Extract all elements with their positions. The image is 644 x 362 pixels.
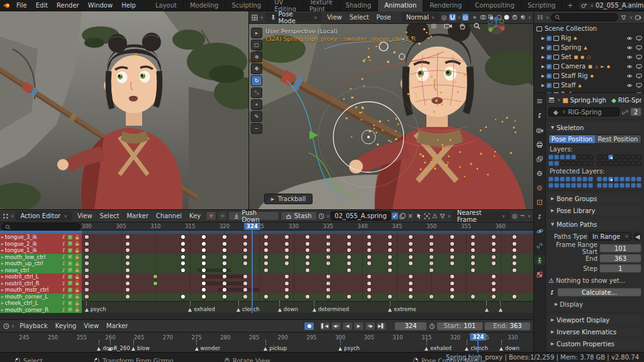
unlock-icon[interactable] xyxy=(74,287,80,293)
layer-toggle[interactable] xyxy=(602,161,608,166)
timeline-menu-keying[interactable]: Keying xyxy=(52,322,80,329)
viewport-menu-select[interactable]: Select xyxy=(346,14,373,21)
panel-bone-groups[interactable]: ▶Bone Groups xyxy=(548,194,641,204)
keyframe[interactable] xyxy=(492,242,496,246)
outliner-row-set[interactable]: ▶✓Set■●○ xyxy=(534,52,644,62)
field-value[interactable]: 1 xyxy=(599,264,641,273)
keyframe[interactable] xyxy=(126,242,130,246)
layer-toggle[interactable] xyxy=(554,161,559,166)
keyframe[interactable] xyxy=(492,235,496,239)
unlock-icon[interactable] xyxy=(74,260,80,267)
keyframe[interactable] xyxy=(202,288,206,292)
viewport-menu-view[interactable]: View xyxy=(323,14,346,21)
unlock-icon[interactable] xyxy=(74,273,80,280)
properties-tab-output[interactable] xyxy=(534,140,545,150)
blender-logo-icon[interactable] xyxy=(3,2,10,9)
channel-nostril-ctrl-r[interactable]: ▶nostril_ctrl_R✓ xyxy=(0,280,82,287)
editor-mode-selector[interactable]: Action Editor ∨ xyxy=(15,211,72,221)
frame-start-field[interactable]: Start: 101 xyxy=(436,322,483,331)
disable-in-viewport-icon[interactable] xyxy=(635,82,642,89)
keyframe[interactable] xyxy=(367,282,371,285)
play-button[interactable]: ▶ xyxy=(353,322,364,331)
tab-modeling[interactable]: Modeling xyxy=(184,0,226,11)
keyframe[interactable] xyxy=(285,288,289,292)
keyframe[interactable] xyxy=(243,282,247,285)
eye-icon[interactable] xyxy=(626,72,633,79)
breadcrumb-data-name[interactable]: RIG-Spring xyxy=(618,97,641,104)
channel-nostril-ctrl-l[interactable]: ▶nostril_ctrl_L✓ xyxy=(0,273,82,280)
proportional-edit-icon[interactable]: ◎ xyxy=(511,212,518,219)
channel-enable-checkbox[interactable]: ✓ xyxy=(68,268,72,272)
tab-texture-paint[interactable]: Texture Paint xyxy=(303,0,340,11)
keyframe[interactable] xyxy=(367,275,371,278)
layer-toggle[interactable] xyxy=(571,183,576,188)
auto-key-button[interactable] xyxy=(304,322,314,331)
current-frame-indicator[interactable]: 324 xyxy=(244,222,260,230)
render-preview[interactable] xyxy=(0,11,248,209)
channel-tongue-3-ik[interactable]: ▶tongue_3_ik✓ xyxy=(0,234,82,241)
layer-toggle[interactable] xyxy=(636,183,641,188)
disable-in-viewport-icon[interactable] xyxy=(635,44,642,51)
shading-material-icon[interactable] xyxy=(511,14,518,21)
properties-tab-texture[interactable] xyxy=(534,270,545,280)
keyframe[interactable] xyxy=(202,248,206,252)
add-workspace-button[interactable]: + xyxy=(562,2,577,9)
tab-uv-editing[interactable]: UV Editing xyxy=(268,0,303,11)
paths-type-dropdown[interactable]: In Range ∨ xyxy=(589,232,631,241)
layer-toggle[interactable] xyxy=(614,183,619,188)
layer-toggle[interactable] xyxy=(608,177,613,182)
properties-tab-object-data[interactable] xyxy=(534,255,545,265)
keyframe[interactable] xyxy=(513,295,516,299)
layer-toggle[interactable] xyxy=(554,183,559,188)
keyframe[interactable] xyxy=(347,235,351,239)
keyframe[interactable] xyxy=(388,268,392,272)
mode-selector[interactable]: Pose Mode ∨ xyxy=(265,13,322,22)
keyframe[interactable] xyxy=(243,261,247,265)
operator-panel-trackball[interactable]: ▶ Trackball xyxy=(264,194,313,204)
paths-refresh-button[interactable]: ◀ xyxy=(633,233,641,241)
layer-toggle[interactable] xyxy=(631,155,636,160)
layer-toggle[interactable] xyxy=(597,177,602,182)
channel-enable-checkbox[interactable]: ✓ xyxy=(68,275,72,279)
editor-type-icon[interactable] xyxy=(3,212,9,219)
tool-cursor-button[interactable]: ⊕ xyxy=(251,52,262,62)
menu-file[interactable]: File xyxy=(12,2,31,9)
prev-keyframe-button[interactable]: ◀• xyxy=(331,322,341,331)
layer-toggle[interactable] xyxy=(625,177,630,182)
tool-rotate-button[interactable]: ↻ xyxy=(251,75,262,86)
expand-arrow-icon[interactable]: ▶ xyxy=(541,64,545,69)
channel-mouth-low-ctrl[interactable]: ▶mouth_low_ctrl✓ xyxy=(0,254,82,261)
keyframe[interactable] xyxy=(347,255,351,259)
expand-arrow-icon[interactable]: ▶ xyxy=(1,261,4,265)
dopesheet-menu-view[interactable]: View xyxy=(74,212,96,219)
layer-toggle[interactable] xyxy=(625,155,630,160)
layer-toggle[interactable] xyxy=(614,155,619,160)
action-browse-button[interactable]: ▼ xyxy=(206,211,216,221)
frame-end-field[interactable]: End: 363 xyxy=(484,322,531,331)
keyframe[interactable] xyxy=(450,255,454,259)
disable-in-viewport-icon[interactable] xyxy=(635,63,642,70)
keyframe[interactable] xyxy=(306,242,309,246)
panel-inverse-kinematics[interactable]: ▶Inverse Kinematics xyxy=(548,327,641,337)
properties-tab-tool[interactable] xyxy=(534,111,545,121)
disable-in-viewport-icon[interactable] xyxy=(635,35,642,41)
unlock-icon[interactable] xyxy=(74,253,80,260)
visibility-checkbox[interactable]: ✓ xyxy=(547,64,552,69)
layer-toggle[interactable] xyxy=(571,155,576,160)
channel-enable-checkbox[interactable]: ✓ xyxy=(68,294,72,299)
keyframe[interactable] xyxy=(492,275,496,278)
expand-arrow-icon[interactable]: ▶ xyxy=(541,74,545,79)
keyframe[interactable] xyxy=(181,295,185,299)
keyframe[interactable] xyxy=(243,248,247,252)
keyframe[interactable] xyxy=(202,242,206,246)
keyframe[interactable] xyxy=(126,255,130,259)
channel-tongue-1-ik[interactable]: ▶tongue_1_ik✓ xyxy=(0,247,82,254)
timeline-marker-f-260[interactable]: F_260 xyxy=(108,345,130,351)
channel-mouth-corner-r[interactable]: ▶mouth_corner_R✓ xyxy=(0,307,82,314)
keyframe[interactable] xyxy=(513,255,516,259)
layer-toggle[interactable] xyxy=(588,183,593,188)
channel-nose-ctrl[interactable]: ▶nose_ctrl✓ xyxy=(0,267,82,274)
keyframe[interactable] xyxy=(409,295,413,299)
keyframe[interactable] xyxy=(264,268,268,272)
layer-toggle[interactable] xyxy=(597,183,602,188)
